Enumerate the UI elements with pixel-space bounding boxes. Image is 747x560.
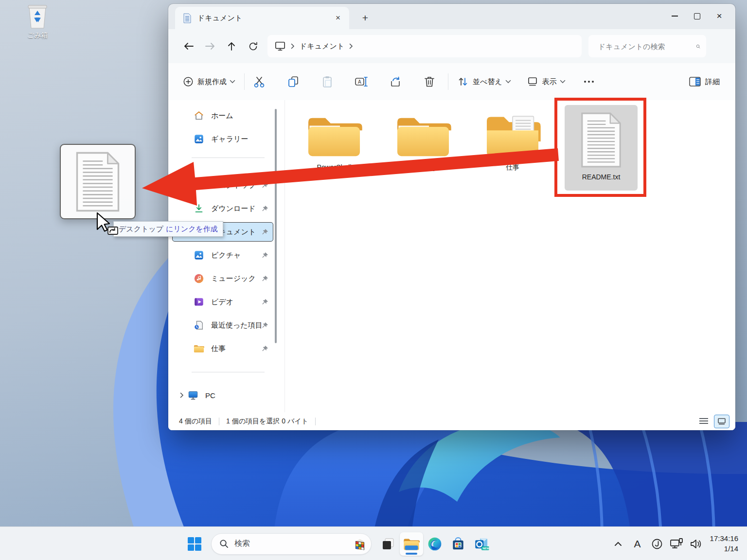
task-view-button[interactable] [376,532,400,556]
maximize-button[interactable] [686,6,708,26]
recent-items-icon [194,320,204,331]
paste-button[interactable] [318,71,337,92]
view-icon [527,76,538,88]
sidebar-item-gallery[interactable]: ギャラリー [172,129,273,149]
new-button[interactable]: 新規作成 [179,71,239,92]
sidebar-item-videos[interactable]: ビデオ [172,292,273,312]
file-explorer-window: ドキュメント × + × [168,4,735,430]
pin-icon [261,298,268,306]
taskbar-file-explorer[interactable] [400,532,423,556]
sort-button-label: 並べ替え [473,77,502,87]
clock-time: 17:34:16 [710,534,738,543]
breadcrumb-documents[interactable]: ドキュメント [300,42,344,51]
pin-icon [261,182,268,189]
up-button[interactable] [221,36,242,56]
view-button[interactable]: 表示 [523,71,569,92]
forward-button[interactable] [199,36,221,56]
cut-button[interactable] [249,71,269,92]
tab-documents[interactable]: ドキュメント × [175,7,349,29]
details-pane-button[interactable]: 詳細 [685,71,727,92]
search-input[interactable] [597,42,696,51]
back-button[interactable] [178,36,199,56]
chevron-up-icon [614,542,622,546]
taskbar-store[interactable] [446,532,470,556]
sidebar-item-work[interactable]: 仕事 [172,339,273,358]
files-pane[interactable]: PowerShell PowerToys 仕事 README.txt [285,100,735,412]
sort-button[interactable]: 並べ替え [453,71,515,92]
share-icon [389,75,402,88]
more-options-button[interactable] [578,81,600,83]
sidebar-item-home[interactable]: ホーム [172,106,273,125]
taskbar-outlook[interactable]: NEW [470,532,493,556]
tray-journal-button[interactable] [649,534,665,554]
pin-icon [261,252,268,259]
sidebar-item-pictures[interactable]: ピクチャ [172,245,273,265]
large-icons-view-icon [718,418,726,425]
minimize-button[interactable] [663,6,686,26]
tray-show-hidden-button[interactable] [610,534,626,554]
command-toolbar: 新規作成 A [168,63,735,101]
new-tab-button[interactable]: + [357,11,374,25]
refresh-icon [248,41,258,52]
close-button[interactable]: × [708,6,730,26]
search-icon [219,539,229,548]
folder-with-documents-icon [484,113,541,158]
new-button-label: 新規作成 [197,77,227,87]
tray-network-button[interactable] [668,534,685,554]
pin-icon [261,322,268,329]
address-bar[interactable]: ドキュメント [267,35,582,57]
delete-button[interactable] [420,71,439,92]
taskbar-edge[interactable] [423,532,446,556]
details-pane-label: 詳細 [705,77,720,87]
search-highlight-cube-icon [353,537,367,551]
sidebar-item-pc[interactable]: PC [172,385,273,405]
text-file-icon [73,151,123,212]
circle-j-icon [651,538,663,550]
taskbar-search[interactable]: 検索 [211,533,372,555]
file-tile-powertoys[interactable]: PowerToys [387,105,460,191]
forward-icon [205,42,215,51]
large-icons-view-button[interactable] [714,415,729,428]
sidebar-item-music[interactable]: ミュージック [172,269,273,288]
breadcrumb-chevron-icon [349,43,353,49]
start-button[interactable] [183,532,206,556]
system-tray: A 17:34:16 1/14 [610,534,742,554]
view-button-label: 表示 [542,77,557,87]
pin-icon [261,205,268,212]
tray-volume-button[interactable] [688,534,704,554]
navigation-bar: ドキュメント [168,29,735,63]
window-controls: × [663,4,730,28]
recycle-bin[interactable]: ごみ箱 [19,4,55,40]
file-tile-powershell[interactable]: PowerShell [298,105,371,191]
status-bar: 4 個の項目 1 個の項目を選択 0 バイト [168,412,735,430]
search-box[interactable] [588,35,706,57]
sidebar-scrollbar[interactable] [275,109,277,343]
up-icon [227,41,236,51]
file-tile-readme[interactable]: README.txt [565,105,638,191]
paste-icon [321,75,334,88]
tray-ime-mode[interactable]: A [629,534,646,554]
navigation-pane: ホーム ギャラリー デスクトップ [168,100,284,412]
tab-close-button[interactable]: × [332,12,344,24]
taskbar-clock[interactable]: 17:34:16 1/14 [710,534,738,554]
details-pane-icon [689,76,701,88]
copy-button[interactable] [284,71,303,92]
sidebar-item-desktop[interactable]: デスクトップ [172,175,273,195]
expand-chevron-icon[interactable] [179,392,185,398]
list-view-button[interactable] [698,417,709,426]
rename-button[interactable]: A [352,71,371,92]
sidebar-item-downloads[interactable]: ダウンロード [172,199,273,218]
copy-icon [287,75,300,88]
svg-text:NEW: NEW [482,547,489,550]
refresh-button[interactable] [242,36,264,56]
pin-icon [261,275,268,282]
file-tile-work[interactable]: 仕事 [476,105,549,191]
recycle-bin-icon [26,4,49,30]
text-file-icon [578,112,624,168]
share-button[interactable] [386,71,405,92]
explorer-content: ホーム ギャラリー デスクトップ [168,100,735,412]
selection-count: 1 個の項目を選択 [219,417,282,426]
document-tab-icon [183,13,192,23]
mouse-cursor [95,212,120,237]
sidebar-item-recent[interactable]: 最近使った項目 [172,315,273,335]
